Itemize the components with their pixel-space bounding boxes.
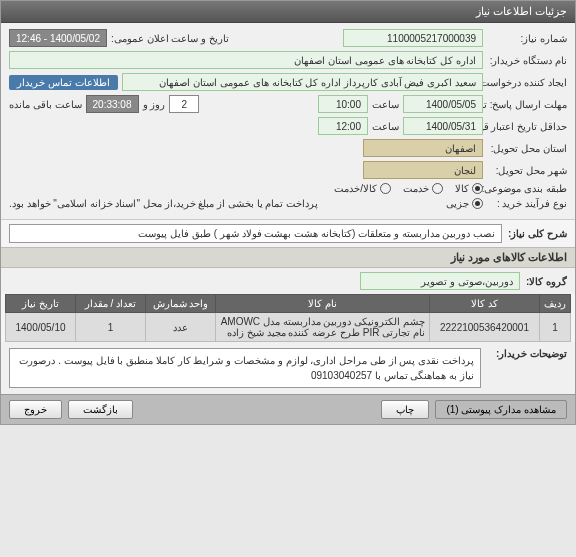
back-button[interactable]: بازگشت (68, 400, 133, 419)
remaining-time: 20:33:08 (86, 95, 139, 113)
radio-icon (472, 183, 483, 194)
th-code: کد کالا (430, 295, 540, 313)
radio-icon (432, 183, 443, 194)
province-label: استان محل تحویل: (487, 143, 567, 154)
radio-khadamat[interactable]: خدمت (403, 183, 443, 194)
items-table: ردیف کد کالا نام کالا واحد شمارش تعداد /… (5, 294, 571, 342)
th-unit: واحد شمارش (146, 295, 216, 313)
radio-combined[interactable]: کالا/خدمت (334, 183, 391, 194)
summary-text: نصب دوربین مداربسته و متعلقات (کتابخانه … (9, 224, 502, 243)
requester-label: ایجاد کننده درخواست: (487, 77, 567, 88)
cell-date: 1400/05/10 (6, 313, 76, 342)
radio-kala[interactable]: کالا (455, 183, 483, 194)
validity-label: حداقل تاریخ اعتبار قیمت: تا تاریخ: (487, 121, 567, 132)
th-date: تاریخ نیاز (6, 295, 76, 313)
th-name: نام کالا (216, 295, 430, 313)
summary-label: شرح کلی نیاز: (508, 228, 567, 239)
days-label: روز و (143, 99, 166, 110)
process-radio-group: جزیی (446, 198, 483, 209)
buyer-label: نام دستگاه خریدار: (487, 55, 567, 66)
radio-khadamat-label: خدمت (403, 183, 429, 194)
deadline-date: 1400/05/05 (403, 95, 483, 113)
table-row[interactable]: 1 2222100536420001 چشم الکترونیکی دوربین… (6, 313, 571, 342)
form-area: شماره نیاز: 1100005217000039 تاریخ و ساع… (1, 23, 575, 219)
footer-bar: مشاهده مدارک پیوستی (1) چاپ بازگشت خروج (1, 394, 575, 424)
attachments-button[interactable]: مشاهده مدارک پیوستی (1) (435, 400, 567, 419)
validity-date: 1400/05/31 (403, 117, 483, 135)
cell-row: 1 (540, 313, 571, 342)
process-label: نوع فرآیند خرید : (487, 198, 567, 209)
buyer-value: اداره کل کتابخانه های عمومی استان اصفهان (9, 51, 483, 69)
category-label: طبقه بندی موضوعی: (487, 183, 567, 194)
requester-value: سعید اکبری فیض آبادی کارپرداز اداره کل ک… (122, 73, 483, 91)
panel-title: جزئیات اطلاعات نیاز (476, 5, 567, 17)
city-value: لنجان (363, 161, 483, 179)
announce-label: تاریخ و ساعت اعلان عمومی: (111, 33, 229, 44)
radio-icon (380, 183, 391, 194)
notes-label: توضیحات خریدار: (487, 348, 567, 388)
remaining-label: ساعت باقی مانده (9, 99, 82, 110)
contact-badge[interactable]: اطلاعات تماس خریدار (9, 75, 118, 90)
cell-unit: عدد (146, 313, 216, 342)
cell-name: چشم الکترونیکی دوربین مداربسته مدل AMOWC… (216, 313, 430, 342)
radio-icon (472, 198, 483, 209)
print-button[interactable]: چاپ (381, 400, 429, 419)
items-table-wrap: ردیف کد کالا نام کالا واحد شمارش تعداد /… (1, 294, 575, 342)
exit-button[interactable]: خروج (9, 400, 62, 419)
deadline-label: مهلت ارسال پاسخ: تا تاریخ: (487, 99, 567, 110)
time-label-2: ساعت (372, 121, 399, 132)
category-radio-group: کالا خدمت کالا/خدمت (334, 183, 483, 194)
radio-partial-label: جزیی (446, 198, 469, 209)
need-number-value: 1100005217000039 (343, 29, 483, 47)
cell-qty: 1 (76, 313, 146, 342)
process-note: پرداخت تمام یا بخشی از مبلغ خرید،از محل … (9, 198, 318, 209)
days-count: 2 (169, 95, 199, 113)
items-header: اطلاعات کالاهای مورد نیاز (1, 247, 575, 268)
th-row: ردیف (540, 295, 571, 313)
need-number-label: شماره نیاز: (487, 33, 567, 44)
group-label: گروه کالا: (526, 276, 567, 287)
deadline-time: 10:00 (318, 95, 368, 113)
radio-combined-label: کالا/خدمت (334, 183, 377, 194)
group-value: دوربین،صوتی و تصویر (360, 272, 520, 290)
city-label: شهر محل تحویل: (487, 165, 567, 176)
panel-header: جزئیات اطلاعات نیاز (1, 1, 575, 23)
cell-code: 2222100536420001 (430, 313, 540, 342)
th-qty: تعداد / مقدار (76, 295, 146, 313)
announce-value: 1400/05/02 - 12:46 (9, 29, 107, 47)
validity-time: 12:00 (318, 117, 368, 135)
time-label-1: ساعت (372, 99, 399, 110)
province-value: اصفهان (363, 139, 483, 157)
notes-text: پرداخت نقدی پس از طی مراحل اداری، لوازم … (9, 348, 481, 388)
radio-kala-label: کالا (455, 183, 469, 194)
radio-partial[interactable]: جزیی (446, 198, 483, 209)
